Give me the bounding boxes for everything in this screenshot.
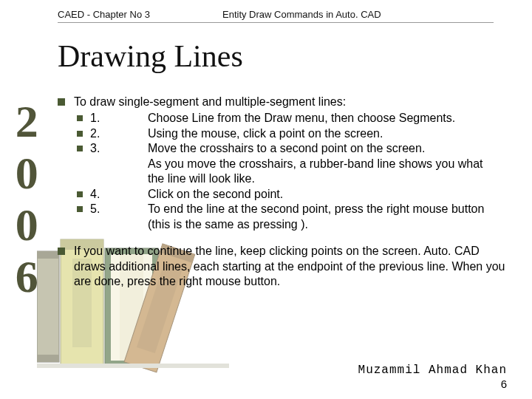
step-text: Choose Line from the Draw menu, then cho… bbox=[148, 111, 495, 126]
step-text: Move the crosshairs to a second point on… bbox=[148, 141, 495, 186]
square-bullet-icon bbox=[77, 206, 83, 212]
step-number: 3. bbox=[90, 141, 148, 156]
list-item: 1.Choose Line from the Draw menu, then c… bbox=[77, 111, 508, 126]
square-bullet-icon bbox=[77, 146, 83, 151]
list-item: 4.Click on the second point. bbox=[77, 187, 508, 202]
content-body: To draw single-segment and multiple-segm… bbox=[58, 95, 508, 296]
header-chapter: CAED - Chapter No 3 bbox=[58, 9, 150, 20]
svg-rect-2 bbox=[37, 355, 59, 362]
header-divider bbox=[58, 22, 494, 23]
square-bullet-icon bbox=[58, 98, 65, 106]
steps-list: 1.Choose Line from the Draw menu, then c… bbox=[77, 111, 508, 232]
step-number: 5. bbox=[90, 202, 148, 216]
intro-text: To draw single-segment and multiple-segm… bbox=[74, 95, 346, 108]
svg-rect-12 bbox=[37, 364, 229, 368]
list-item: 2.Using the mouse, click a point on the … bbox=[77, 126, 508, 141]
continue-text: If you want to continue the line, keep c… bbox=[74, 245, 505, 287]
header-topic: Entity Draw Commands in Auto. CAD bbox=[222, 9, 381, 20]
list-item: 3.Move the crosshairs to a second point … bbox=[77, 141, 508, 186]
header: CAED - Chapter No 3 Entity Draw Commands… bbox=[58, 9, 510, 20]
intro-bullet: To draw single-segment and multiple-segm… bbox=[58, 95, 508, 232]
slide: 2006 CAED - Chapter No 3 Entity Draw Com… bbox=[0, 0, 532, 399]
list-item: 5.To end the line at the second point, p… bbox=[77, 202, 508, 232]
year-watermark: 2006 bbox=[3, 96, 50, 303]
square-bullet-icon bbox=[77, 191, 83, 197]
square-bullet-icon bbox=[77, 115, 83, 121]
continue-bullet: If you want to continue the line, keep c… bbox=[58, 244, 508, 289]
step-number: 2. bbox=[90, 126, 148, 141]
step-number: 1. bbox=[90, 111, 148, 126]
step-text: Click on the second point. bbox=[148, 187, 495, 202]
step-number: 4. bbox=[90, 187, 148, 202]
square-bullet-icon bbox=[58, 248, 65, 255]
square-bullet-icon bbox=[77, 131, 83, 137]
footer-page-number: 6 bbox=[501, 378, 507, 390]
step-text: Using the mouse, click a point on the sc… bbox=[148, 126, 495, 141]
step-text: To end the line at the second point, pre… bbox=[148, 202, 495, 232]
page-title: Drawing Lines bbox=[58, 38, 243, 74]
footer-author: Muzammil Ahmad Khan bbox=[358, 364, 507, 377]
